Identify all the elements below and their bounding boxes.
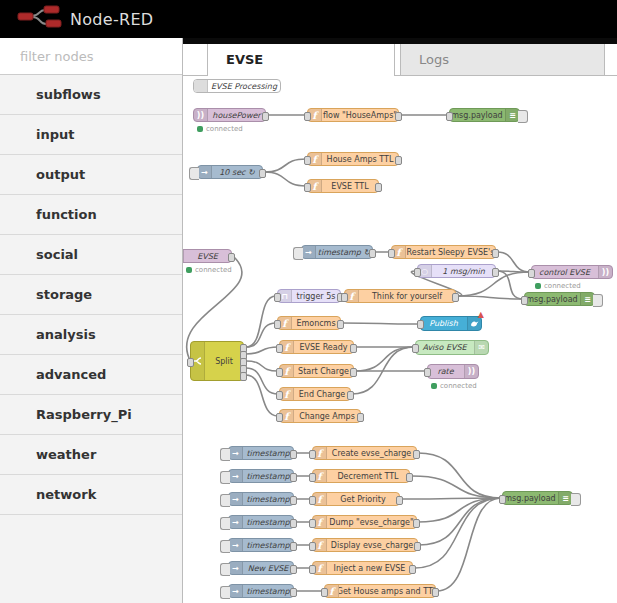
node-msg-payload-bottom[interactable]: ≡msg.payload [502,491,573,505]
node-create-evse-charge[interactable]: fCreate evse_charge [312,446,417,460]
output-port[interactable] [413,519,420,528]
input-port[interactable] [528,269,535,278]
output-port[interactable] [290,450,297,459]
input-port[interactable] [321,588,328,597]
node-ts3[interactable]: →timestamp [228,492,294,506]
sidebar-item-output[interactable]: output [0,155,182,195]
wire[interactable] [264,172,306,186]
input-port[interactable] [417,320,424,329]
node-inject-a-new-evse[interactable]: fInject a new EVSE [312,561,413,575]
input-port[interactable] [414,268,421,277]
sidebar-item-storage[interactable]: storage [0,275,182,315]
debug-toggle-button[interactable] [593,294,603,307]
node-control-evse[interactable]: ))control EVSE [531,265,613,279]
node-display-evse-charge[interactable]: fDisplay evse_charge [312,538,418,552]
node-rate[interactable]: ))rate [427,364,479,379]
node-ts4[interactable]: →timestamp [228,515,294,529]
output-port[interactable] [357,413,364,422]
sidebar-item-function[interactable]: function [0,195,182,235]
output-port[interactable] [413,450,420,459]
input-port[interactable] [309,450,316,459]
inject-button[interactable] [220,563,230,576]
node-get-priority[interactable]: fGet Priority [312,492,400,506]
output-port[interactable] [290,519,297,528]
sidebar-item-analysis[interactable]: analysis [0,315,182,355]
output-port[interactable] [492,249,499,258]
sidebar-item-input[interactable]: input [0,115,182,155]
sidebar-item-social[interactable]: social [0,235,182,275]
sidebar-item-advanced[interactable]: advanced [0,355,182,395]
node-think-for-yourself[interactable]: fThink for yourself [344,289,456,303]
input-port[interactable] [276,344,283,353]
wire[interactable] [418,453,501,498]
node-trigger-5s[interactable]: ⊓trigger 5s [277,289,341,303]
output-port[interactable] [240,372,247,381]
node-house-amps-ttl[interactable]: fHouse Amps TTL [307,152,399,166]
input-port[interactable] [187,358,194,367]
input-port[interactable] [309,496,316,505]
input-port[interactable] [388,249,395,258]
output-port[interactable] [262,112,269,121]
node-flow-houseamps[interactable]: fflow "HouseAmps" [307,108,399,122]
node-decrement-ttl[interactable]: fDecrement TTL [312,469,410,483]
input-port[interactable] [521,296,528,305]
sidebar-item-raspberry_pi[interactable]: Raspberry_Pi [0,395,182,435]
node-ts2[interactable]: →timestamp [228,469,294,483]
output-port[interactable] [290,542,297,551]
input-port[interactable] [304,112,311,121]
wire[interactable] [497,252,530,272]
input-port[interactable] [499,495,506,504]
node-msg-payload-mid[interactable]: ≡msg.payload [524,292,595,306]
inject-button[interactable] [220,586,230,599]
output-port[interactable] [375,183,382,192]
output-port[interactable] [492,268,499,277]
output-port[interactable] [432,588,439,597]
inject-button[interactable] [189,167,199,180]
input-port[interactable] [309,565,316,574]
tab-evse[interactable]: EVSE [207,44,395,76]
input-port[interactable] [304,183,311,192]
wire[interactable] [457,296,523,299]
output-port[interactable] [290,588,297,597]
output-port[interactable] [337,320,344,329]
node-restart-sleepy[interactable]: fRestart Sleepy EVSE's [391,245,496,259]
output-port[interactable] [350,368,357,377]
input-port[interactable] [341,293,348,302]
node-new-evse[interactable]: →New EVSE [228,561,294,575]
output-port[interactable] [347,391,354,400]
inject-button[interactable] [220,540,230,553]
output-port[interactable] [369,249,376,258]
input-port[interactable] [309,519,316,528]
node-evse-ready[interactable]: fEVSE Ready [279,340,354,354]
wire[interactable] [246,368,278,394]
output-port[interactable] [395,156,402,165]
inject-button[interactable] [220,471,230,484]
node-change-amps[interactable]: fChange Amps [279,409,361,423]
wire[interactable] [342,323,419,324]
node-ts5[interactable]: →timestamp [228,538,294,552]
wire[interactable] [246,296,276,347]
input-port[interactable] [446,112,453,121]
output-port[interactable] [228,253,235,262]
inject-button[interactable] [220,517,230,530]
node-emoncms[interactable]: fEmoncms [277,316,341,330]
input-port[interactable] [276,368,283,377]
node-publish[interactable]: Publish▲ [420,316,482,331]
output-port[interactable] [395,112,402,121]
inject-button[interactable] [220,494,230,507]
node-comment-evse-processing[interactable]: EVSE Processing [193,79,281,93]
input-port[interactable] [274,320,281,329]
node-inject-timestamp-r[interactable]: →timestamp ↻ [301,245,373,259]
output-port[interactable] [409,565,416,574]
node-ts6[interactable]: →timestamp [228,584,294,598]
input-port[interactable] [304,156,311,165]
node-get-house-amps-ttl[interactable]: fGet House amps and TTL [324,584,436,598]
input-port[interactable] [309,542,316,551]
input-port[interactable] [274,293,281,302]
inject-button[interactable] [293,247,303,260]
sidebar-item-weather[interactable]: weather [0,435,182,475]
wire[interactable] [437,498,501,591]
wire[interactable] [246,347,278,354]
node-start-charge[interactable]: fStart Charge [279,364,354,378]
node-one-msg-min[interactable]: ○1 msg/min [417,264,496,278]
